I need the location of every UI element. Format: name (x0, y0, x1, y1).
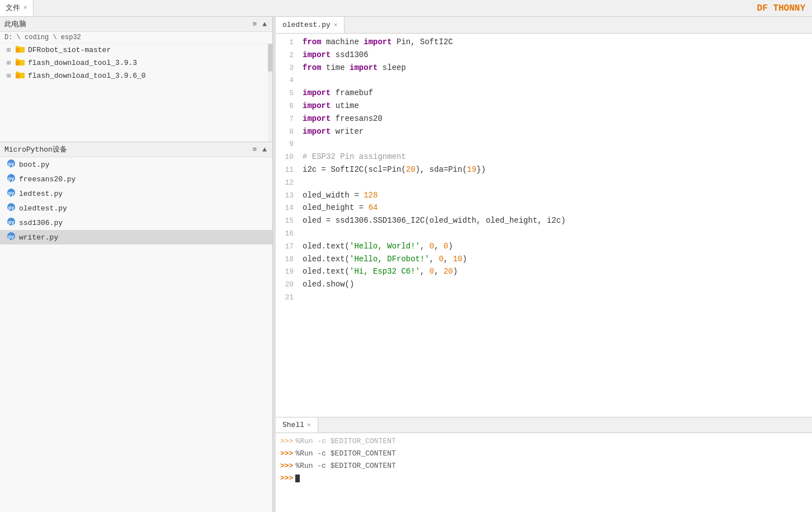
token-kw: import (303, 88, 331, 97)
token-normal: writer (331, 127, 363, 136)
line-content[interactable]: import ssd1306 (303, 49, 812, 61)
token-normal: , (434, 267, 443, 276)
line-content[interactable]: oled_height = 64 (303, 201, 812, 214)
token-kw: import (350, 63, 377, 72)
token-kw: import (303, 50, 331, 59)
line-content[interactable]: oled.text('Hello, World!', 0, 0) (303, 240, 812, 252)
line-content[interactable]: from time import sleep (303, 62, 812, 74)
token-normal: oled_width = (303, 191, 363, 200)
section1-title-area: 此电脑 (4, 19, 26, 29)
section2-collapse-icon[interactable]: ▲ (261, 145, 268, 154)
line-content[interactable]: oled.text('Hello, DFrobot!', 0, 10) (303, 253, 812, 265)
tree2-items: pyboot.pypyfreesans20.pypyledtest.pypyol… (0, 157, 272, 245)
scroll-track[interactable] (268, 44, 272, 142)
shell-tab-label: Shell (282, 421, 304, 429)
main-area: 此电脑 ≡ ▲ D: \ coding \ esp32 ⊞DFRobot_sio… (0, 17, 812, 512)
tree-item-oledtest.py[interactable]: pyoledtest.py (0, 201, 272, 215)
token-normal: ssd1306 (331, 50, 368, 59)
line-number: 9 (276, 139, 303, 151)
line-content[interactable]: # ESP32 Pin assignment (303, 151, 812, 163)
file-tab[interactable]: 文件 × (0, 0, 34, 16)
section2-menu-icon[interactable]: ≡ (251, 145, 258, 154)
token-normal: time (322, 63, 350, 72)
tree-item-ledtest.py[interactable]: pyledtest.py (0, 186, 272, 201)
line-content[interactable] (303, 138, 812, 150)
py-file-icon: py (7, 203, 16, 214)
expand-icon: ⊞ (7, 59, 12, 67)
line-number: 7 (276, 114, 303, 125)
section1-menu-icon[interactable]: ≡ (251, 20, 258, 29)
token-str: 'Hello, World!' (350, 242, 420, 251)
line-content[interactable] (303, 291, 812, 303)
line-number: 4 (276, 75, 303, 87)
line-content[interactable] (303, 74, 812, 86)
token-num: 19 (467, 165, 476, 174)
py-file-icon: py (7, 188, 16, 199)
tree-item-boot.py[interactable]: pyboot.py (0, 157, 272, 172)
svg-text:py: py (8, 176, 15, 181)
line-content[interactable]: import writer (303, 125, 812, 138)
line-content[interactable]: oled = ssd1306.SSD1306_I2C(oled_width, o… (303, 214, 812, 227)
line-content[interactable]: from machine import Pin, SoftI2C (303, 36, 812, 48)
tree-item-label: flash_download_tool_3.9.6_0 (28, 72, 146, 80)
tree-item-label: oledtest.py (19, 204, 67, 213)
tree-item-label: freesans20.py (19, 175, 75, 184)
shell-tab-close[interactable]: × (307, 422, 311, 429)
tree-item-ssd1306.py[interactable]: pyssd1306.py (0, 215, 272, 230)
line-content[interactable]: oled_width = 128 (303, 189, 812, 201)
line-content[interactable]: import freesans20 (303, 112, 812, 125)
token-normal: ) (448, 242, 452, 251)
line-content[interactable]: oled.text('Hi, Esp32 C6!', 0, 20) (303, 265, 812, 278)
file-tab-close[interactable]: × (23, 4, 27, 11)
tree-item-flash_download_tool_3.9.6_0[interactable]: ⊞flash_download_tool_3.9.6_0 (0, 69, 272, 82)
token-num: 20 (406, 165, 416, 174)
line-number: 5 (276, 88, 303, 100)
code-line-2: 2import ssd1306 (276, 49, 812, 62)
token-num: 0 (429, 267, 434, 276)
tree-item-DFRobot_siot-master[interactable]: ⊞DFRobot_siot-master (0, 44, 272, 57)
section1-collapse-icon[interactable]: ▲ (261, 20, 268, 29)
token-normal: utime (331, 101, 358, 110)
code-line-9: 9 (276, 138, 812, 151)
tree-item-writer.py[interactable]: pywriter.py (0, 230, 272, 245)
token-num: 10 (453, 255, 462, 264)
section1-header: 此电脑 ≡ ▲ (0, 17, 272, 32)
svg-text:py: py (8, 161, 15, 167)
tree-item-label: ssd1306.py (19, 219, 63, 227)
shell-cmd: %Run -c $EDITOR_CONTENT (295, 448, 395, 460)
section1-icons: ≡ ▲ (251, 20, 268, 29)
shell-content[interactable]: >>> %Run -c $EDITOR_CONTENT>>> %Run -c $… (276, 433, 812, 512)
tree-item-flash_download_tool_3.9.3[interactable]: ⊞flash_download_tool_3.9.3 (0, 57, 272, 69)
code-line-3: 3from time import sleep (276, 62, 812, 74)
line-content[interactable] (303, 227, 812, 239)
code-line-10: 10# ESP32 Pin assignment (276, 151, 812, 163)
line-content[interactable]: i2c = SoftI2C(scl=Pin(20), sda=Pin(19}) (303, 163, 812, 176)
token-normal: Pin, SoftI2C (392, 37, 453, 46)
token-normal: oled.text( (303, 255, 350, 264)
token-str: 'Hello, DFrobot!' (350, 255, 429, 264)
token-num: 128 (363, 191, 377, 200)
line-content[interactable]: oled.show() (303, 278, 812, 290)
section2-title: MicroPython设备 (4, 144, 67, 154)
expand-icon: ⊞ (7, 46, 12, 54)
line-number: 2 (276, 50, 303, 62)
svg-rect-5 (16, 59, 19, 61)
line-number: 6 (276, 101, 303, 112)
shell-tab[interactable]: Shell × (276, 417, 318, 433)
line-content[interactable] (303, 176, 812, 189)
svg-text:py: py (8, 205, 15, 210)
shell-line-1: >>> %Run -c $EDITOR_CONTENT (280, 448, 808, 460)
line-content[interactable]: import framebuf (303, 87, 812, 99)
code-line-12: 12 (276, 176, 812, 189)
token-normal: oled = ssd1306.SSD1306_I2C(oled_width, o… (303, 216, 565, 225)
code-editor[interactable]: 1from machine import Pin, SoftI2C2import… (276, 34, 812, 417)
token-kw: import (303, 127, 331, 136)
code-line-18: 18oled.text('Hello, DFrobot!', 0, 10) (276, 253, 812, 266)
line-content[interactable]: import utime (303, 100, 812, 112)
editor-tab-close[interactable]: × (334, 22, 338, 29)
scroll-thumb[interactable] (268, 44, 272, 72)
tree-item-freesans20.py[interactable]: pyfreesans20.py (0, 172, 272, 186)
shell-line-0: >>> %Run -c $EDITOR_CONTENT (280, 435, 808, 448)
token-normal: oled.text( (303, 242, 350, 251)
editor-tab-oledtest[interactable]: oledtest.py × (276, 17, 344, 33)
